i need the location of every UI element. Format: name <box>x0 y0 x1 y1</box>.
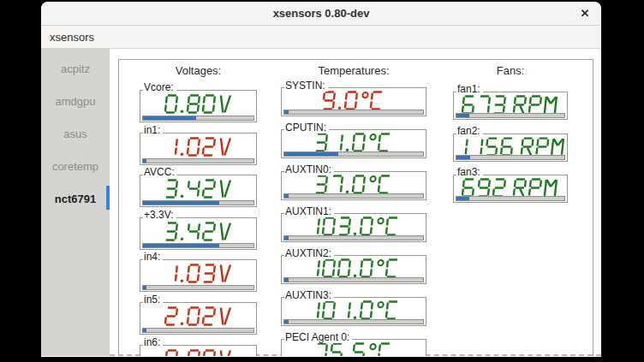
lcd-value <box>283 258 425 278</box>
lcd-value <box>283 217 425 236</box>
sensor-label: AUXTIN2: <box>284 248 334 259</box>
column-header-fans: Fans: <box>453 64 568 77</box>
sensor-label: fan3: <box>456 167 483 178</box>
sensor-progress-fill <box>284 152 338 156</box>
desktop-background: xsensors 0.80-dev ✕ xsensors acpitz amdg… <box>0 0 644 362</box>
lcd-value <box>141 94 255 114</box>
sensor-avcc: AVCC: <box>140 167 257 207</box>
sensor-progress-track <box>283 151 424 157</box>
sensor-progress-track <box>142 243 254 248</box>
sensor-progress-fill <box>284 278 289 282</box>
sensor-label: in6: <box>143 337 163 348</box>
column-header-temperatures: Temperatures: <box>281 64 426 77</box>
sensor-label: fan2: <box>456 126 483 137</box>
sidebar-item-amdgpu[interactable]: amdgpu <box>41 85 110 117</box>
sensor-progress-fill <box>143 116 196 120</box>
sensor-label: in1: <box>143 125 163 136</box>
xsensors-window: xsensors 0.80-dev ✕ xsensors acpitz amdg… <box>41 2 601 357</box>
sensor-frame <box>453 175 568 203</box>
sensor-progress-track <box>283 110 424 115</box>
sensor-label: AUXTIN1: <box>284 206 334 217</box>
sidebar-item-asus[interactable]: asus <box>41 117 110 150</box>
sidebar-item-coretemp[interactable]: coretemp <box>41 150 110 182</box>
lcd-value <box>141 137 255 157</box>
sensor-in5: in5: <box>140 294 257 335</box>
sensor-frame <box>281 297 426 326</box>
sensor-label: AUXTIN0: <box>284 164 334 175</box>
sidebar-item-nct6791[interactable]: nct6791 <box>41 182 110 215</box>
column-header-voltages: Voltages: <box>140 64 257 77</box>
lcd-value <box>455 178 566 198</box>
sensor-in6: in6: <box>140 337 257 356</box>
sensor-progress-track <box>283 235 424 240</box>
sensor-label: CPUTIN: <box>284 122 329 134</box>
sensor-progress-fill <box>143 329 146 332</box>
sensor-in1: in1: <box>140 125 257 165</box>
sidebar-item-label: nct6791 <box>55 193 96 205</box>
lcd-value <box>141 349 255 356</box>
menubar: xsensors <box>41 26 601 49</box>
sensor-fan2: fan2: <box>453 126 568 162</box>
sidebar-item-acpitz[interactable]: acpitz <box>41 52 110 85</box>
sensor-label: Vcore: <box>143 82 176 93</box>
sensor-progress-track <box>283 319 424 324</box>
close-icon[interactable]: ✕ <box>577 6 593 21</box>
sensor-progress-fill <box>284 320 289 323</box>
window-title: xsensors 0.80-dev <box>273 7 370 20</box>
lcd-value <box>141 222 255 241</box>
sensor-progress-track <box>283 277 424 282</box>
sensor-progress-track <box>142 200 254 205</box>
sensor-frame <box>281 255 426 284</box>
chip-sidebar: acpitz amdgpu asus coretemp nct6791 <box>41 49 110 356</box>
sensor-progress-fill <box>284 194 289 198</box>
sensor-progress-track <box>142 328 254 333</box>
sidebar-item-label: acpitz <box>61 62 90 75</box>
lcd-value <box>283 342 425 356</box>
lcd-value <box>455 95 566 115</box>
menu-item-xsensors[interactable]: xsensors <box>41 26 103 48</box>
sensor-frame <box>281 213 426 242</box>
sensor-peci-agent-0: PECI Agent 0: <box>281 332 426 356</box>
sensor-frame <box>281 87 426 116</box>
sensor-frame <box>140 90 257 122</box>
sensor-frame <box>140 302 257 335</box>
sensor-auxtin1: AUXTIN1: <box>281 206 426 242</box>
sensor-progress-fill <box>143 201 219 205</box>
sensor-frame <box>140 217 257 250</box>
lcd-value <box>455 137 566 157</box>
sensor-frame <box>140 259 257 292</box>
lcd-value <box>141 306 255 326</box>
sensor-label: AUXTIN3: <box>284 290 334 301</box>
sensor-progress-fill <box>143 244 219 247</box>
sensor-progress-track <box>456 155 565 160</box>
sensor-panel: Voltages:Vcore:in1:AVCC:+3.3V:in4:in5:in… <box>110 49 601 356</box>
sensor-progress-track <box>142 116 254 121</box>
sensor-label: in5: <box>143 294 163 306</box>
sensor-progress-fill <box>456 114 469 117</box>
sensor-label: in4: <box>143 252 163 263</box>
sensor-frame <box>281 171 426 200</box>
sidebar-item-label: amdgpu <box>56 95 96 108</box>
sensor-frame <box>281 129 426 158</box>
sensor-label: fan1: <box>456 84 483 95</box>
sensor-frame <box>140 133 257 165</box>
sensor-label: SYSTIN: <box>284 80 328 92</box>
sensor-label: PECI Agent 0: <box>284 332 352 343</box>
sensor-progress-fill <box>143 286 146 289</box>
sensor-progress-fill <box>456 197 469 200</box>
titlebar: xsensors 0.80-dev ✕ <box>41 2 601 26</box>
sensor-3-3v: +3.3V: <box>140 210 257 250</box>
sensor-fan3: fan3: <box>453 167 568 203</box>
lcd-value <box>283 91 425 110</box>
sensor-auxtin0: AUXTIN0: <box>281 164 426 200</box>
sensor-progress-fill <box>456 156 470 159</box>
sensor-progress-fill <box>284 110 289 114</box>
sensor-in4: in4: <box>140 252 257 292</box>
window-body: acpitz amdgpu asus coretemp nct6791 Volt… <box>41 49 601 356</box>
sensor-progress-track <box>456 196 565 201</box>
sensor-fan1: fan1: <box>453 84 568 120</box>
sensor-label: +3.3V: <box>143 210 176 221</box>
sensor-progress-track <box>456 113 565 118</box>
sensor-progress-fill <box>284 236 289 240</box>
sensor-frame <box>140 175 257 207</box>
